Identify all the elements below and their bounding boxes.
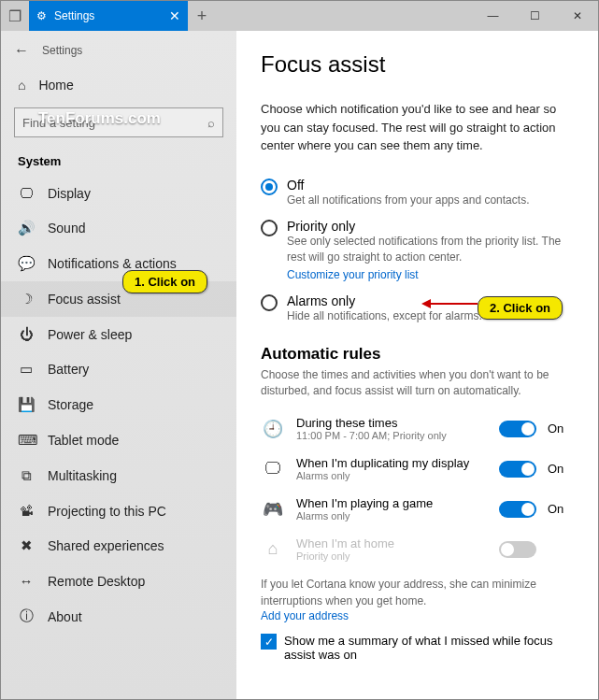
power-icon: ⏻: [18, 326, 35, 342]
customize-priority-link[interactable]: Customize your priority list: [287, 268, 419, 281]
maximize-button[interactable]: ☐: [514, 1, 556, 31]
callout-1: 1. Click on: [122, 270, 207, 293]
close-button[interactable]: ✕: [556, 1, 598, 31]
window-controls: — ☐ ✕: [472, 1, 598, 31]
radio-priority-input[interactable]: [261, 220, 278, 236]
sidebar-item-power[interactable]: ⏻Power & sleep: [1, 317, 236, 351]
page-title: Focus assist: [261, 51, 574, 78]
radio-alarms-sub: Hide all notifications, except for alarm…: [287, 308, 482, 324]
sidebar-item-shared[interactable]: ✖Shared experiences: [1, 528, 236, 564]
sidebar-item-projecting[interactable]: 📽Projecting to this PC: [1, 493, 236, 528]
info-icon: ⓘ: [18, 607, 35, 625]
house-icon: ⌂: [261, 537, 285, 562]
search-wrap: Find a setting ⌕: [14, 107, 223, 137]
rule-duplicate-display[interactable]: 🖵 When I'm duplicating my displayAlarms …: [261, 449, 574, 489]
rule-game-toggle[interactable]: [499, 501, 536, 518]
search-input[interactable]: Find a setting ⌕: [14, 107, 223, 137]
sidebar-item-multitasking[interactable]: ⧉Multitasking: [1, 458, 236, 493]
radio-off-label: Off: [287, 178, 529, 193]
add-address-link[interactable]: Add your address: [261, 609, 574, 622]
radio-priority-label: Priority only: [287, 219, 574, 234]
sidebar-item-battery[interactable]: ▭Battery: [1, 351, 236, 387]
tab-label: Settings: [54, 9, 94, 22]
sidebar-item-storage[interactable]: 💾Storage: [1, 387, 236, 422]
back-label: Settings: [42, 44, 82, 57]
display-icon: 🖵: [18, 185, 35, 201]
search-placeholder: Find a setting: [22, 116, 95, 130]
back-row[interactable]: ← Settings: [1, 38, 236, 68]
sidebar-nav: 🖵Display 🔊Sound 💬Notifications & actions…: [1, 172, 236, 638]
sidebar-item-about[interactable]: ⓘAbout: [1, 598, 236, 635]
automatic-rules-desc: Choose the times and activities when you…: [261, 367, 574, 400]
notifications-icon: 💬: [18, 255, 35, 272]
app-multitask-icon[interactable]: ❐: [1, 1, 29, 31]
automatic-rules-heading: Automatic rules: [261, 345, 574, 364]
sidebar-item-sound[interactable]: 🔊Sound: [1, 210, 236, 246]
radio-off-input[interactable]: [261, 179, 278, 195]
rule-times[interactable]: 🕘 During these times11:00 PM - 7:00 AM; …: [261, 408, 574, 449]
radio-alarms-label: Alarms only: [287, 293, 482, 308]
rule-home: ⌂ When I'm at homePriority only: [261, 529, 574, 569]
sidebar-item-tablet[interactable]: ⌨Tablet mode: [1, 422, 236, 458]
shared-icon: ✖: [18, 537, 35, 554]
rule-times-toggle[interactable]: [499, 421, 536, 437]
summary-check-row[interactable]: ✓ Show me a summary of what I missed whi…: [261, 634, 574, 662]
tablet-icon: ⌨: [18, 432, 35, 449]
radio-off[interactable]: Off Get all notifications from your apps…: [261, 172, 574, 214]
sidebar-home[interactable]: ⌂ Home: [1, 68, 236, 102]
new-tab-button[interactable]: +: [188, 1, 216, 31]
radio-priority-sub: See only selected notifications from the…: [287, 234, 574, 265]
main-panel: Focus assist Choose which notification y…: [236, 31, 598, 699]
project-icon: 📽: [18, 503, 35, 519]
gear-icon: ⚙: [36, 9, 47, 22]
window-titlebar: ❐ ⚙ Settings ✕ + — ☐ ✕: [1, 1, 598, 31]
callout-2: 2. Click on: [478, 296, 563, 320]
cortana-hint: If you let Cortana know your address, sh…: [261, 577, 574, 609]
home-icon: ⌂: [18, 78, 25, 93]
moon-icon: ☽: [18, 291, 35, 307]
sidebar: ← Settings ⌂ Home TenForums.com Find a s…: [1, 31, 236, 699]
back-icon: ←: [14, 42, 29, 59]
remote-icon: ↔: [18, 573, 35, 589]
radio-priority[interactable]: Priority only See only selected notifica…: [261, 213, 574, 288]
home-label: Home: [38, 78, 73, 93]
sidebar-item-remote[interactable]: ↔Remote Desktop: [1, 564, 236, 598]
gamepad-icon: 🎮: [261, 497, 285, 521]
sidebar-category: System: [1, 150, 236, 172]
search-icon: ⌕: [207, 116, 215, 130]
sound-icon: 🔊: [18, 220, 35, 236]
sidebar-item-display[interactable]: 🖵Display: [1, 176, 236, 210]
tab-settings[interactable]: ⚙ Settings ✕: [29, 1, 188, 31]
multitask-icon: ⧉: [18, 467, 35, 484]
battery-icon: ▭: [18, 361, 35, 378]
clock-icon: 🕘: [261, 417, 285, 441]
rule-game[interactable]: 🎮 When I'm playing a gameAlarms only On: [261, 489, 574, 529]
minimize-button[interactable]: —: [472, 1, 514, 31]
storage-icon: 💾: [18, 396, 35, 413]
page-description: Choose which notification you'd like to …: [261, 100, 574, 155]
tab-strip: ❐ ⚙ Settings ✕ +: [1, 1, 216, 31]
rule-home-toggle: [499, 541, 536, 558]
rule-display-toggle[interactable]: [499, 461, 536, 478]
monitor-icon: 🖵: [261, 457, 285, 481]
summary-check-label: Show me a summary of what I missed while…: [284, 634, 574, 662]
summary-checkbox[interactable]: ✓: [261, 634, 277, 650]
radio-off-sub: Get all notifications from your apps and…: [287, 193, 529, 208]
tab-close-icon[interactable]: ✕: [169, 8, 180, 23]
radio-alarms-input[interactable]: [261, 294, 278, 311]
